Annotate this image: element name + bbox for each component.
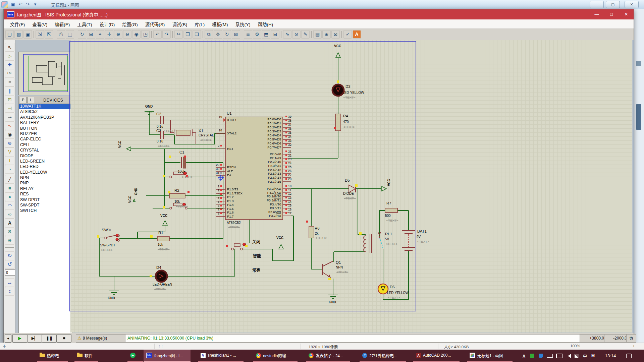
isis-maximize-button[interactable]: □ xyxy=(604,10,619,19)
tray-chevron-icon[interactable]: ∧ xyxy=(521,350,527,362)
decompose-icon[interactable]: ⊟ xyxy=(271,30,279,39)
message-count[interactable]: ⚠8 Message(s) xyxy=(76,334,125,343)
device-list-item[interactable]: NPN xyxy=(19,175,72,181)
taskbar-item[interactable]: ▶ xyxy=(127,350,143,362)
copy-icon[interactable]: ❐ xyxy=(183,30,192,39)
netlist-to-ares-icon[interactable]: A xyxy=(353,30,361,39)
taskbar-item[interactable]: ncstudio的输... xyxy=(253,350,298,362)
cut-icon[interactable]: ✂ xyxy=(174,30,183,39)
paint-undo-button[interactable]: ↶ xyxy=(17,1,23,7)
rotate-anticlockwise-icon[interactable]: ↺ xyxy=(5,260,14,269)
device-list-item[interactable]: RELAY xyxy=(19,186,72,192)
device-list-item[interactable]: BUZZER xyxy=(19,131,72,137)
paint-qat-dropdown[interactable]: ▾ xyxy=(32,1,38,7)
tray-ime-icon[interactable]: M xyxy=(590,350,596,362)
tray-input-indicator[interactable]: 中 xyxy=(582,350,588,362)
menu-library[interactable]: 库(L) xyxy=(191,20,208,28)
print-icon[interactable]: ⎙ xyxy=(57,30,65,39)
tray-volume-icon[interactable] xyxy=(565,350,572,362)
device-list-item[interactable]: BUTTON xyxy=(19,126,72,131)
voltage-probe-mode-icon[interactable]: V xyxy=(5,147,14,156)
paste-icon[interactable]: ❏ xyxy=(193,30,201,39)
block-rotate-icon[interactable]: ↻ xyxy=(223,30,231,39)
taskbar-clock[interactable]: 13:14 xyxy=(600,350,621,362)
simulation-pause-button[interactable]: ❚❚ xyxy=(42,334,57,343)
block-delete-icon[interactable]: ⊠ xyxy=(232,30,240,39)
device-list-item[interactable]: RES xyxy=(19,192,72,197)
isis-minimize-button[interactable]: — xyxy=(589,10,604,19)
redo-icon[interactable]: ↷ xyxy=(162,30,171,39)
menu-tools[interactable]: 工具(T) xyxy=(73,20,96,28)
device-list-item[interactable]: SW-SPDT xyxy=(19,203,72,208)
device-list-item[interactable]: DIODE xyxy=(19,154,72,159)
menu-help[interactable]: 帮助(H) xyxy=(254,20,277,28)
search-tag-icon[interactable]: ⊙ xyxy=(292,30,301,39)
device-list-item[interactable]: AT89C52 xyxy=(19,109,72,115)
menu-graph[interactable]: 绘图(G) xyxy=(118,20,142,28)
device-list-item[interactable]: AVX1206NPO33P xyxy=(19,115,72,120)
device-pins-mode-icon[interactable]: ⊸ xyxy=(5,113,14,121)
block-move-icon[interactable]: ✥ xyxy=(214,30,222,39)
tray-display-icon[interactable] xyxy=(555,350,563,362)
new-design-icon[interactable]: ▢ xyxy=(5,30,14,39)
simulation-step-button[interactable]: ▶▏ xyxy=(27,334,42,343)
background-scrollbar-box[interactable] xyxy=(636,61,641,66)
current-probe-mode-icon[interactable]: I xyxy=(5,156,14,165)
simulation-stop-button[interactable]: ■ xyxy=(57,334,71,343)
virtual-instruments-mode-icon[interactable]: ◔ xyxy=(5,165,14,174)
tray-antivirus-icon[interactable] xyxy=(529,350,535,362)
notification-center-icon[interactable] xyxy=(625,350,633,362)
taskbar-item[interactable]: e27红外热释电... xyxy=(360,350,406,362)
terminals-mode-icon[interactable]: ⊣ xyxy=(5,104,14,113)
zoom-out-icon[interactable]: ⊖ xyxy=(123,30,131,39)
electrical-check-icon[interactable]: ✓ xyxy=(343,30,352,39)
remove-sheet-icon[interactable]: ⊠ xyxy=(331,30,340,39)
device-list-item[interactable]: CRYSTAL xyxy=(19,148,72,153)
selection-mode-icon[interactable]: ↖ xyxy=(5,43,14,52)
device-list-item[interactable]: LED-RED xyxy=(19,164,72,170)
generator-mode-icon[interactable]: ⊚ xyxy=(5,139,14,147)
zoom-in-button[interactable]: + xyxy=(633,344,635,348)
zoom-all-icon[interactable]: ◉ xyxy=(132,30,141,39)
design-explorer-icon[interactable]: ▤ xyxy=(313,30,322,39)
arc-2d-icon[interactable]: ◠ xyxy=(5,201,14,210)
rotate-clockwise-icon[interactable]: ↻ xyxy=(5,251,14,260)
refresh-display-icon[interactable]: ↻ xyxy=(78,30,86,39)
line-2d-icon[interactable]: ╱ xyxy=(5,175,14,184)
taskbar-item[interactable]: Vsheshidian1 - ... xyxy=(198,350,244,362)
symbol-2d-icon[interactable]: S xyxy=(5,227,14,236)
taskbar-item[interactable]: 无标题1 - 画图 xyxy=(467,350,513,362)
paint-redo-button[interactable]: ↷ xyxy=(25,1,31,7)
packaging-tool-icon[interactable]: ⬒ xyxy=(262,30,270,39)
text-2d-icon[interactable]: A xyxy=(5,219,14,227)
taskbar-item[interactable]: 发表帖子 - 24... xyxy=(306,350,350,362)
device-list-item[interactable]: LED-YELLOW xyxy=(19,170,72,175)
taskbar-item[interactable]: 热释电 xyxy=(37,350,68,362)
zoom-area-icon[interactable]: ◳ xyxy=(141,30,150,39)
tape-recorder-mode-icon[interactable]: ◉ xyxy=(5,130,14,139)
pick-devices-button[interactable]: P xyxy=(20,97,26,103)
buses-mode-icon[interactable]: ∥ xyxy=(5,86,14,95)
open-design-icon[interactable]: ▨ xyxy=(14,30,23,39)
menu-source[interactable]: 源代码(S) xyxy=(142,20,169,28)
paint-save-button[interactable]: ▣ xyxy=(10,1,16,7)
menu-view[interactable]: 查看(V) xyxy=(29,20,51,28)
import-section-icon[interactable]: ⇲ xyxy=(36,30,44,39)
taskbar-item[interactable]: 软件 xyxy=(74,350,98,362)
undo-icon[interactable]: ↶ xyxy=(153,30,162,39)
block-copy-icon[interactable]: ⧉ xyxy=(205,30,213,39)
subcircuit-mode-icon[interactable]: ⊡ xyxy=(5,95,14,104)
library-button[interactable]: L xyxy=(28,97,34,103)
simulation-play-button[interactable]: ▶ xyxy=(12,334,27,343)
taskbar-item-active[interactable]: isisfangzhen图 - I... xyxy=(144,350,191,362)
paint-minimize-button[interactable]: — xyxy=(590,1,604,8)
menu-template[interactable]: 模板(M) xyxy=(208,20,231,28)
device-list-item[interactable]: SWITCH xyxy=(19,208,72,214)
toggle-grid-icon[interactable]: ⊞ xyxy=(87,30,95,39)
taskbar-item[interactable]: AAutoCAD 200... xyxy=(413,350,460,362)
background-scrollbar[interactable] xyxy=(633,9,644,343)
device-list-item[interactable]: CAP-ELEC xyxy=(19,137,72,142)
menu-edit[interactable]: 编辑(E) xyxy=(51,20,73,28)
make-device-icon[interactable]: ⚙ xyxy=(253,30,261,39)
device-list-item[interactable]: 10WATT1K xyxy=(19,104,72,109)
